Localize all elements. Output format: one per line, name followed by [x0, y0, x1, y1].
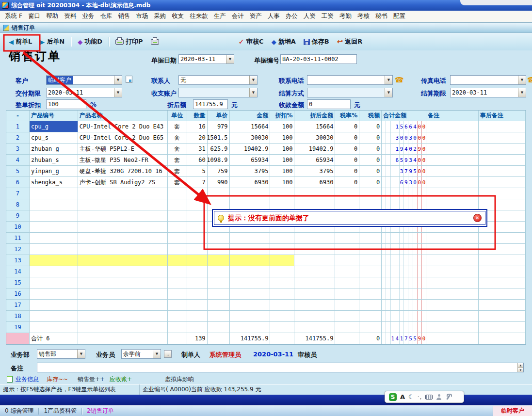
total-amount-grid-cell[interactable] [382, 300, 426, 311]
cell[interactable] [78, 322, 168, 333]
cell[interactable] [230, 322, 271, 333]
cell[interactable] [30, 222, 78, 233]
cell[interactable]: 20 [187, 132, 208, 144]
customer-combo[interactable]: 临时客户 ▼ [46, 75, 122, 85]
cell[interactable] [187, 311, 208, 322]
total-amount-grid-cell[interactable] [382, 188, 426, 199]
row-number-cell[interactable]: 11 [6, 233, 30, 244]
cell[interactable]: CPU-Intel Core 2 Duo E43 [78, 121, 168, 132]
cell[interactable]: 1501.5 [208, 132, 230, 144]
cell[interactable] [230, 244, 271, 255]
total-amount-grid-cell[interactable] [382, 322, 426, 333]
cell[interactable]: 979 [208, 121, 230, 132]
cell[interactable] [426, 255, 479, 266]
row-number-cell[interactable]: 12 [6, 244, 30, 255]
cell[interactable] [426, 121, 479, 132]
row-number-cell[interactable]: 4 [6, 155, 30, 166]
column-header[interactable]: 折扣% [270, 111, 294, 121]
cell[interactable] [208, 244, 230, 255]
cell[interactable] [30, 188, 78, 199]
cell[interactable] [208, 188, 230, 199]
menu-item-11[interactable]: 生产 [211, 11, 229, 21]
back-button[interactable]: ↩ 返回R [333, 35, 367, 48]
column-header[interactable]: 折后金额 [294, 111, 335, 121]
cell[interactable] [335, 233, 359, 244]
cell[interactable] [168, 311, 187, 322]
cell[interactable] [359, 233, 382, 244]
column-header[interactable]: 金额 [230, 111, 271, 121]
chevron-down-icon[interactable]: ▼ [518, 88, 526, 97]
cell[interactable]: 0 [335, 155, 359, 166]
cell[interactable]: 7 [187, 177, 208, 188]
cell[interactable] [359, 322, 382, 333]
cell[interactable] [479, 188, 526, 199]
cell[interactable] [78, 277, 168, 288]
cell[interactable] [479, 311, 526, 322]
cell[interactable] [168, 277, 187, 288]
cell[interactable]: 套 [168, 166, 187, 177]
row-number-cell[interactable]: 16 [6, 288, 30, 300]
total-amount-grid-cell[interactable]: 6593400 [382, 155, 426, 166]
cell[interactable] [426, 188, 479, 199]
cell[interactable] [359, 311, 382, 322]
cell[interactable] [30, 322, 78, 333]
menu-item-7[interactable]: 市场 [133, 11, 151, 21]
row-number-cell[interactable]: 8 [6, 199, 30, 210]
cell[interactable]: 16 [187, 121, 208, 132]
cell[interactable] [168, 233, 187, 244]
chevron-down-icon[interactable]: ▼ [249, 76, 257, 84]
cell[interactable] [30, 266, 78, 277]
customer-lookup-icon[interactable] [126, 76, 132, 83]
column-header[interactable]: 税额 [359, 111, 382, 121]
cell[interactable]: 6930 [294, 177, 335, 188]
chevron-down-icon[interactable]: ▼ [385, 88, 392, 97]
cell[interactable] [168, 199, 187, 210]
cell[interactable] [294, 244, 335, 255]
cell[interactable] [208, 266, 230, 277]
cell[interactable] [479, 300, 526, 311]
cell[interactable] [230, 300, 271, 311]
cell[interactable] [359, 277, 382, 288]
cell[interactable] [479, 132, 526, 144]
cell[interactable] [187, 188, 208, 199]
cell[interactable] [294, 322, 335, 333]
cell[interactable]: 15664 [230, 121, 271, 132]
next-order-button[interactable]: ▶ 后单N [36, 35, 68, 48]
cell[interactable] [294, 255, 335, 266]
column-header[interactable]: 备注 [426, 111, 479, 121]
cell[interactable]: 60 [187, 155, 208, 166]
column-header[interactable]: 产品编号 [30, 111, 78, 121]
cell[interactable] [270, 322, 294, 333]
menu-item-2[interactable]: 帮助 [43, 11, 61, 21]
cell[interactable] [208, 322, 230, 333]
cell[interactable] [270, 233, 294, 244]
cell[interactable]: 15664 [294, 121, 335, 132]
cell[interactable] [187, 288, 208, 300]
settle-method-combo[interactable]: ▼ [307, 88, 393, 97]
delivery-date-input[interactable]: 2020-03-11 ▼ [46, 88, 122, 97]
cell[interactable] [426, 311, 479, 322]
cell[interactable]: 990 [208, 177, 230, 188]
cell[interactable] [168, 300, 187, 311]
menu-item-15[interactable]: 办公 [283, 11, 301, 21]
taskbar-item-products[interactable]: 1产品资料管 [39, 407, 81, 415]
row-number-cell[interactable]: 6 [6, 177, 30, 188]
moon-icon[interactable]: ☾ [408, 393, 414, 400]
cell[interactable] [230, 277, 271, 288]
cell[interactable] [230, 288, 271, 300]
cell[interactable] [230, 188, 271, 199]
cell[interactable]: 0 [359, 155, 382, 166]
cell[interactable]: CPU-Intel Core 2 Duo E65 [78, 132, 168, 144]
row-number-cell[interactable]: 15 [6, 277, 30, 288]
cell[interactable] [335, 255, 359, 266]
cell[interactable] [78, 233, 168, 244]
cell[interactable] [30, 300, 78, 311]
menu-item-6[interactable]: 销售 [115, 11, 133, 21]
row-number-cell[interactable]: 9 [6, 210, 30, 222]
cell[interactable] [187, 322, 208, 333]
cell[interactable]: 硬盘-希捷 320G 7200.10 16 [78, 166, 168, 177]
cell[interactable] [335, 288, 359, 300]
cell[interactable] [208, 277, 230, 288]
cell[interactable]: zhuban_g [30, 144, 78, 155]
print-button[interactable]: 打印P [112, 35, 147, 48]
